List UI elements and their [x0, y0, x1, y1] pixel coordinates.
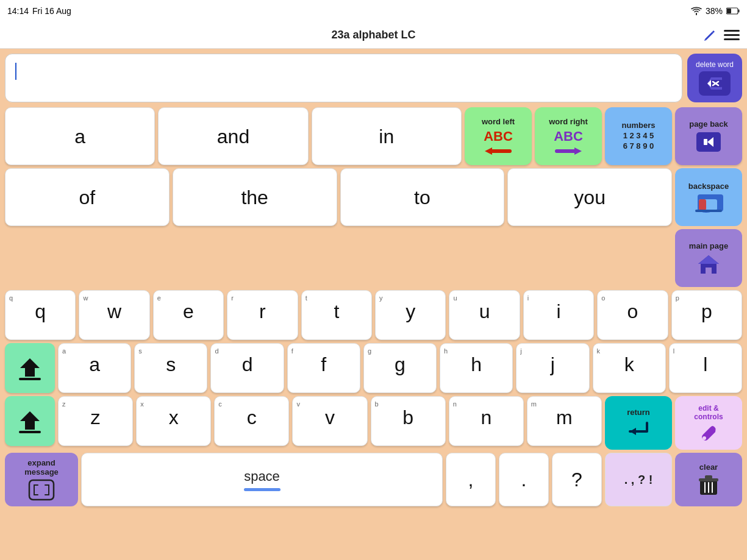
edit-controls-button[interactable]: edit &controls — [675, 396, 742, 450]
text-input[interactable] — [5, 54, 682, 102]
key-m[interactable]: m m — [527, 396, 602, 446]
title-bar: 23a alphabet LC — [0, 22, 747, 49]
word-left-button[interactable]: word left ABC — [465, 107, 532, 165]
battery-icon — [726, 7, 740, 15]
key-g[interactable]: g g — [363, 343, 437, 393]
main-page-button[interactable]: main page — [675, 229, 742, 287]
menu-icon[interactable] — [724, 30, 740, 41]
space-button[interactable]: space — [81, 453, 443, 506]
key-k[interactable]: k k — [593, 343, 666, 393]
pencil-icon[interactable] — [703, 29, 717, 42]
key-o[interactable]: o o — [597, 290, 668, 340]
return-label: return — [627, 408, 650, 417]
svg-rect-23 — [699, 199, 706, 210]
key-t[interactable]: t t — [301, 290, 372, 340]
backspace-button[interactable]: backspace — [675, 168, 742, 226]
svg-rect-44 — [705, 475, 712, 479]
svg-rect-3 — [724, 30, 740, 32]
shift-icon-2 — [16, 408, 43, 434]
word-key-you[interactable]: you — [507, 168, 672, 226]
status-right: 38% — [691, 6, 740, 16]
key-n[interactable]: n n — [449, 396, 524, 446]
key-r[interactable]: r r — [227, 290, 298, 340]
key-f[interactable]: f f — [287, 343, 360, 393]
delete-word-icon — [699, 71, 731, 96]
keyboard-row-letters-3: z z x x c c v v b b n n m m return — [5, 396, 742, 450]
key-b[interactable]: b b — [371, 396, 446, 446]
key-q[interactable]: q q — [5, 290, 76, 340]
key-v[interactable]: v v — [292, 396, 367, 446]
shift-icon — [16, 355, 43, 381]
keyboard-row-bottom: expandmessage space , . ? — [5, 453, 742, 506]
key-y[interactable]: y y — [375, 290, 446, 340]
svg-rect-2 — [738, 10, 740, 13]
row2-right: backspace main page — [675, 168, 742, 287]
clear-button[interactable]: clear — [675, 453, 742, 506]
space-label: space — [244, 469, 280, 484]
numbers-button[interactable]: numbers1 2 3 4 56 7 8 9 0 — [605, 107, 672, 165]
arrow-right-icon — [555, 147, 582, 155]
space-bar-visual — [244, 488, 281, 491]
house-icon — [696, 253, 721, 275]
key-period[interactable]: . — [499, 453, 549, 506]
page-title: 23a alphabet LC — [331, 29, 415, 41]
keyboard-row-letters-2: a a s s d d f f g g h h j j k k — [5, 343, 742, 393]
svg-rect-24 — [695, 210, 722, 212]
key-u[interactable]: u u — [449, 290, 520, 340]
delete-word-button[interactable]: delete word — [687, 54, 742, 102]
word-right-button[interactable]: word right ABC — [535, 107, 602, 165]
word-key-of[interactable]: of — [5, 168, 170, 226]
page-back-icon — [695, 131, 722, 153]
key-a[interactable]: a a — [58, 343, 131, 393]
text-cursor — [15, 63, 16, 80]
key-c[interactable]: c c — [214, 396, 289, 446]
key-comma[interactable]: , — [446, 453, 496, 506]
svg-rect-5 — [724, 38, 740, 40]
key-h[interactable]: h h — [440, 343, 513, 393]
key-l[interactable]: l l — [669, 343, 742, 393]
shift-button[interactable] — [5, 343, 55, 393]
key-z[interactable]: z z — [58, 396, 133, 446]
status-bar: 14:14 Fri 16 Aug 38% — [0, 0, 747, 22]
text-area-container: delete word — [0, 49, 747, 105]
key-question[interactable]: ? — [552, 453, 602, 506]
svg-rect-29 — [19, 378, 41, 380]
return-button[interactable]: return — [605, 396, 672, 450]
word-key-the[interactable]: the — [173, 168, 337, 226]
svg-marker-16 — [574, 147, 582, 155]
svg-rect-19 — [704, 139, 707, 145]
svg-rect-1 — [727, 9, 731, 13]
keyboard-row-2: of the to you backspace — [5, 168, 742, 287]
svg-marker-33 — [630, 428, 636, 435]
key-i[interactable]: i i — [523, 290, 594, 340]
status-date: Fri 16 Aug — [32, 6, 71, 16]
word-key-to[interactable]: to — [340, 168, 505, 226]
row2-left: of the to you — [5, 168, 672, 287]
word-key-and[interactable]: and — [158, 107, 308, 165]
shift-button-2[interactable] — [5, 396, 55, 446]
svg-marker-26 — [698, 255, 719, 264]
expand-label: expandmessage — [24, 458, 59, 477]
page-back-button[interactable]: page back — [675, 107, 742, 165]
key-d[interactable]: d d — [210, 343, 284, 393]
key-e[interactable]: e e — [153, 290, 224, 340]
expand-icon — [28, 479, 55, 501]
expand-message-button[interactable]: expandmessage — [5, 453, 78, 506]
clear-label: clear — [699, 463, 718, 472]
punct-cluster-button[interactable]: . , ? ! — [605, 453, 672, 506]
title-bar-icons — [703, 29, 740, 42]
key-x[interactable]: x x — [136, 396, 211, 446]
keyboard: a and in word left ABC word right ABC — [0, 105, 747, 509]
key-p[interactable]: p p — [671, 290, 742, 340]
edit-label: edit &controls — [694, 404, 723, 421]
key-w[interactable]: w w — [79, 290, 149, 340]
key-s[interactable]: s s — [134, 343, 207, 393]
svg-rect-31 — [25, 425, 35, 428]
svg-rect-28 — [25, 372, 35, 375]
return-icon — [624, 419, 653, 439]
battery-level: 38% — [706, 6, 723, 16]
word-key-in[interactable]: in — [312, 107, 462, 165]
key-j[interactable]: j j — [516, 343, 589, 393]
word-key-a[interactable]: a — [5, 107, 155, 165]
wifi-icon — [691, 7, 702, 15]
